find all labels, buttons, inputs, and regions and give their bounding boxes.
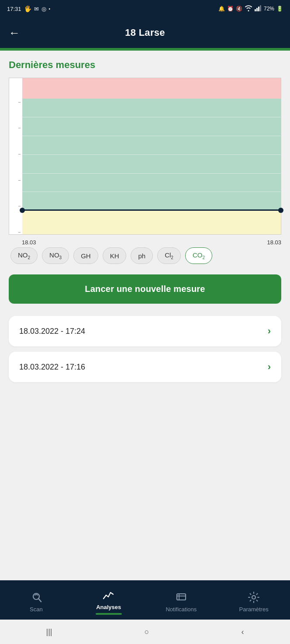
nav-label-analyses: Analyses: [96, 604, 121, 610]
chevron-right-icon-1: ›: [268, 325, 271, 337]
nav-item-parametres[interactable]: Paramètres: [238, 590, 269, 613]
chevron-right-icon-2: ›: [268, 361, 271, 373]
x-label-left: 18.03: [22, 239, 36, 246]
grid-line-2: [22, 136, 281, 136]
filter-chips: NO2 NO3 GH KH ph Cl2 CO2: [9, 247, 281, 264]
chart-container: – – – – – –: [9, 78, 281, 235]
status-time: 17:31: [7, 6, 21, 12]
android-back-button[interactable]: ‹: [241, 627, 244, 637]
svg-rect-0: [255, 9, 256, 11]
section-title: Dernières mesures: [9, 59, 281, 71]
grid-line-5: [22, 192, 281, 192]
fire-icon: 🖐: [24, 5, 31, 12]
y-tick-5: –: [11, 178, 21, 182]
nav-item-notifications[interactable]: Notifications: [166, 590, 197, 613]
page-title: 18 Larse: [125, 27, 165, 38]
status-bar: 17:31 🖐 ✉ ◎ • 🔔 ⏰ 🔇 72% 🔋: [0, 0, 290, 17]
y-tick-4: –: [11, 152, 21, 156]
svg-rect-2: [258, 7, 259, 11]
nav-label-notifications: Notifications: [166, 606, 197, 613]
nav-label-parametres: Paramètres: [239, 606, 268, 613]
chart-zone-pink: [22, 78, 281, 99]
wifi-icon: [245, 5, 252, 13]
chip-no2[interactable]: NO2: [10, 247, 38, 264]
grid-line-3: [22, 154, 281, 155]
chart-zone-yellow: [22, 211, 281, 234]
status-right: 🔔 ⏰ 🔇 72% 🔋: [218, 5, 283, 13]
header: ← 18 Larse: [0, 17, 290, 48]
android-home-button[interactable]: ○: [145, 627, 149, 637]
nav-item-analyses[interactable]: Analyses: [93, 588, 124, 615]
chip-co2[interactable]: CO2: [185, 247, 212, 264]
status-left: 17:31 🖐 ✉ ◎ •: [7, 5, 50, 12]
chip-no3[interactable]: NO3: [42, 247, 69, 264]
history-date-1: 18.03.2022 - 17:24: [19, 327, 85, 336]
svg-point-8: [252, 596, 255, 599]
chrome-icon: ◎: [41, 6, 46, 12]
parametres-icon: [247, 590, 261, 604]
bottom-nav: Scan Analyses Notifications: [0, 580, 290, 620]
y-tick-7: –: [11, 230, 21, 234]
scan-icon: [29, 590, 43, 604]
chip-ph[interactable]: ph: [131, 247, 153, 264]
analyses-icon: [102, 588, 116, 602]
chart-data-line: [22, 209, 281, 211]
svg-rect-3: [260, 5, 261, 11]
grid-lines: [22, 99, 281, 211]
history-item-1[interactable]: 18.03.2022 - 17:24 ›: [9, 316, 281, 346]
back-button[interactable]: ←: [9, 27, 20, 38]
chart-inner: [22, 78, 281, 234]
battery-text: 72%: [264, 6, 274, 12]
x-axis: 18.03 18.03: [9, 237, 281, 247]
grid-line-4: [22, 173, 281, 174]
dot-left: [20, 208, 25, 213]
chip-gh[interactable]: GH: [73, 247, 98, 264]
notifications-icon: [174, 590, 188, 604]
x-label-right: 18.03: [267, 239, 281, 246]
battery-icon: 🔋: [276, 6, 283, 12]
main-content: Dernières mesures – – – – – –: [0, 51, 290, 580]
y-tick-2: –: [11, 100, 21, 104]
nav-active-bar: [96, 613, 122, 615]
android-menu-button[interactable]: |||: [46, 627, 52, 637]
y-tick-6: –: [11, 204, 21, 208]
clock-icon: ⏰: [227, 6, 234, 12]
svg-rect-1: [256, 8, 258, 11]
dot-right: [278, 208, 283, 213]
history-date-2: 18.03.2022 - 17:16: [19, 363, 85, 372]
mute-icon: 🔇: [236, 6, 242, 12]
new-measure-button[interactable]: Lancer une nouvelle mesure: [9, 274, 281, 304]
nav-label-scan: Scan: [30, 606, 43, 613]
alarm-icon: 🔔: [218, 6, 225, 12]
history-item-2[interactable]: 18.03.2022 - 17:16 ›: [9, 352, 281, 382]
signal-icon: [255, 5, 262, 13]
dot-icon: •: [49, 7, 51, 11]
chip-cl2[interactable]: Cl2: [157, 247, 181, 264]
chart-zone-green: [22, 99, 281, 211]
y-tick-3: –: [11, 126, 21, 130]
android-nav: ||| ○ ‹: [0, 620, 290, 644]
grid-line-1: [22, 117, 281, 117]
history-list: 18.03.2022 - 17:24 › 18.03.2022 - 17:16 …: [9, 316, 281, 382]
mail-icon: ✉: [34, 6, 39, 12]
svg-rect-5: [177, 594, 186, 600]
chip-kh[interactable]: KH: [103, 247, 127, 264]
nav-item-scan[interactable]: Scan: [21, 590, 52, 613]
